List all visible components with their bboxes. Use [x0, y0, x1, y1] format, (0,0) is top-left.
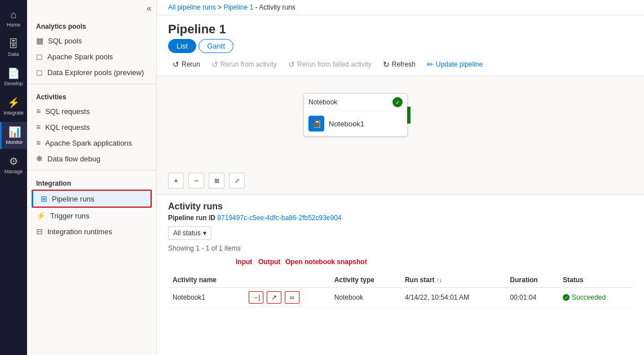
zoom-out-button[interactable]: − — [188, 173, 204, 189]
page-title: Pipeline 1 — [157, 15, 644, 39]
sidebar-item-monitor[interactable]: 📊 Monitor — [0, 122, 27, 149]
green-status-bar — [407, 107, 411, 124]
sidebar-header: « — [27, 0, 156, 17]
divider-2 — [27, 170, 156, 170]
col-duration: Duration — [505, 273, 558, 288]
tab-bar: List Gantt — [157, 39, 644, 53]
breadcrumb-separator: > — [216, 3, 224, 11]
notebook-node[interactable]: Notebook ✓ 📓 Notebook1 — [303, 93, 408, 137]
home-icon: ⌂ — [11, 9, 17, 21]
open-notebook-snapshot-button[interactable]: ∞ — [285, 291, 299, 304]
analytics-pools-section-label: Analytics pools — [27, 17, 156, 33]
sidebar-item-data-flow-debug[interactable]: ❋ Data flow debug — [27, 151, 156, 166]
output-action-button[interactable]: ↗ — [267, 291, 281, 304]
cell-activity-type: Notebook — [330, 288, 400, 308]
activity-runs-title: Activity runs — [168, 201, 633, 212]
success-badge: ✓ — [392, 97, 403, 107]
sidebar-item-develop[interactable]: 📄 Develop — [0, 63, 27, 90]
activity-runs-section: Activity runs Pipeline run ID 8719497c-c… — [157, 195, 644, 355]
data-icon: 🗄 — [8, 38, 19, 50]
tab-gantt[interactable]: Gantt — [199, 39, 233, 53]
integration-section-label: Integration — [27, 174, 156, 190]
pipeline-canvas: Notebook ✓ 📓 Notebook1 + − ⊞ ⤢ — [157, 76, 644, 195]
col-run-start: Run start ↑↓ — [400, 273, 505, 288]
breadcrumb-pipeline[interactable]: Pipeline 1 — [223, 3, 253, 11]
main-content: All pipeline runs > Pipeline 1 - Activit… — [157, 0, 644, 355]
cell-status: ✓ Succeeded — [558, 288, 633, 308]
showing-count: Showing 1 - 1 of 1 items — [168, 244, 633, 252]
edit-icon: ✏ — [427, 60, 434, 69]
sidebar-item-integration-runtimes[interactable]: ⊟ Integration runtimes — [27, 223, 156, 239]
rerun-icon: ↺ — [173, 60, 179, 69]
trigger-runs-icon: ⚡ — [36, 211, 46, 220]
refresh-button[interactable]: ↻ Refresh — [378, 58, 420, 71]
input-action-button[interactable]: →| — [249, 291, 263, 304]
sidebar-item-sql-requests[interactable]: ≡ SQL requests — [27, 103, 156, 119]
expand-icon: ⤢ — [235, 177, 240, 185]
expand-button[interactable]: ⤢ — [229, 173, 245, 189]
cell-duration: 00:01:04 — [505, 288, 558, 308]
sidebar-item-data-explorer-pools[interactable]: ◻ Data Explorer pools (preview) — [27, 64, 156, 80]
status-success-dot: ✓ — [563, 294, 570, 301]
sidebar-item-integrate[interactable]: ⚡ Integrate — [0, 93, 27, 120]
fit-icon: ⊞ — [214, 177, 219, 185]
rerun-button[interactable]: ↺ Rerun — [168, 58, 205, 71]
activities-section-label: Activities — [27, 87, 156, 103]
notebook-icon: 📓 — [308, 116, 324, 132]
integration-runtimes-icon: ⊟ — [36, 227, 43, 236]
link-icon: ∞ — [289, 293, 294, 301]
monitor-icon: 📊 — [8, 126, 21, 138]
col-actions — [244, 273, 330, 288]
col-activity-type: Activity type — [330, 273, 400, 288]
update-pipeline-button[interactable]: ✏ Update pipeline — [422, 58, 487, 71]
integrate-icon: ⚡ — [7, 97, 20, 109]
sidebar-item-home[interactable]: ⌂ Home — [0, 5, 27, 32]
rerun-from-failed-icon: ↺ — [288, 60, 295, 69]
pipeline-run-id-link[interactable]: 8719497c-c5ee-4dfc-ba86-2fb52c93e904 — [217, 214, 341, 222]
input-annotation-label: Input — [236, 258, 252, 266]
sidebar-item-sql-pools[interactable]: ▦ SQL pools — [27, 33, 156, 49]
cell-actions: →| ↗ ∞ — [244, 288, 330, 308]
manage-icon: ⚙ — [9, 155, 18, 168]
action-icons-group: →| ↗ ∞ — [249, 291, 325, 304]
toolbar: ↺ Rerun ↺ Rerun from activity ↺ Rerun fr… — [157, 53, 644, 76]
breadcrumb-all-runs[interactable]: All pipeline runs — [168, 3, 216, 11]
data-flow-debug-icon: ❋ — [36, 154, 43, 163]
pipeline-runs-icon: ⊞ — [41, 194, 47, 203]
sidebar-collapse-button[interactable]: « — [147, 3, 152, 14]
apache-spark-pools-icon: ◻ — [36, 52, 43, 61]
sidebar-item-apache-spark-apps[interactable]: ≡ Apache Spark applications — [27, 135, 156, 151]
notebook-node-header: Notebook ✓ — [304, 94, 407, 111]
rerun-from-activity-button[interactable]: ↺ Rerun from activity — [207, 58, 281, 71]
breadcrumb-activity-runs: - Activity runs — [253, 3, 295, 11]
kql-requests-icon: ≡ — [36, 122, 41, 132]
col-status: Status — [558, 273, 633, 288]
fit-button[interactable]: ⊞ — [209, 173, 224, 189]
cell-run-start: 4/14/22, 10:54:01 AM — [400, 288, 505, 308]
chevron-down-icon: ▾ — [203, 229, 206, 237]
annotations-row: Input Output Open notebook snapshot — [224, 257, 633, 273]
cell-activity-name: Notebook1 — [168, 288, 244, 308]
rerun-from-failed-button[interactable]: ↺ Rerun from failed activity — [284, 58, 376, 71]
table-header-row: Activity name Activity type Run start ↑↓… — [168, 273, 633, 288]
sidebar-item-manage[interactable]: ⚙ Manage — [0, 151, 27, 178]
apache-spark-apps-icon: ≡ — [36, 138, 41, 147]
sidebar-item-trigger-runs[interactable]: ⚡ Trigger runs — [27, 208, 156, 223]
sql-requests-icon: ≡ — [36, 107, 41, 116]
icon-bar: ⌂ Home 🗄 Data 📄 Develop ⚡ Integrate 📊 Mo… — [0, 0, 27, 355]
sidebar-item-data[interactable]: 🗄 Data — [0, 34, 27, 61]
data-explorer-pools-icon: ◻ — [36, 68, 43, 77]
sidebar: « Analytics pools ▦ SQL pools ◻ Apache S… — [27, 0, 157, 355]
rerun-from-activity-icon: ↺ — [211, 60, 218, 69]
status-succeeded: ✓ Succeeded — [563, 293, 628, 301]
sidebar-item-kql-requests[interactable]: ≡ KQL requests — [27, 119, 156, 135]
col-activity-name: Activity name — [168, 273, 244, 288]
tab-list[interactable]: List — [168, 39, 196, 53]
status-filter-dropdown[interactable]: All status ▾ — [168, 226, 211, 240]
sidebar-item-pipeline-runs[interactable]: ⊞ Pipeline runs — [32, 190, 152, 208]
notebook-node-body: 📓 Notebook1 — [304, 111, 407, 136]
divider-1 — [27, 84, 156, 84]
activity-table: Activity name Activity type Run start ↑↓… — [168, 273, 633, 308]
sidebar-item-apache-spark-pools[interactable]: ◻ Apache Spark pools — [27, 49, 156, 64]
zoom-in-button[interactable]: + — [168, 173, 184, 189]
